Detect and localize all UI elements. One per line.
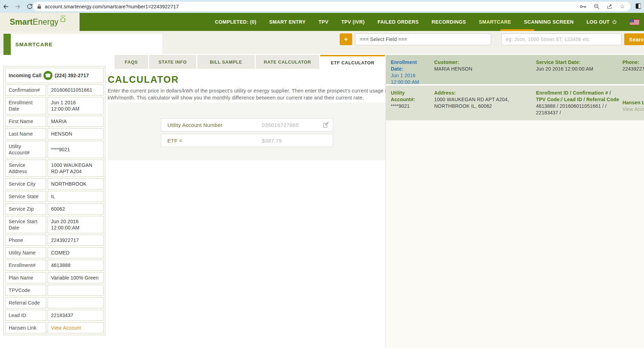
summary-phone: Phone: 2243922717 [622, 59, 644, 72]
etf-label: ETF = [167, 138, 182, 144]
nav-item-smart-entry[interactable]: SMART ENTRY [269, 19, 306, 25]
etf-result-field: ETF = $387.75 [161, 134, 333, 147]
main-navbar: SmartEnergy COMPLETED: (0) SMART ENTRY T… [0, 13, 644, 31]
logout-label: LOG OUT [586, 19, 610, 25]
table-row: Phone2243922717 [5, 235, 104, 246]
tab-faqs[interactable]: FAQS [115, 55, 148, 69]
tab-bill-sample[interactable]: BILL SAMPLE [197, 55, 255, 69]
tab-state-info[interactable]: STATE INFO [149, 55, 196, 69]
summary-address: Address: 1000 WAUKEGAN RD APT A204, NORT… [434, 90, 522, 110]
page-title: SMARTCARE [15, 41, 53, 47]
nav-item-logout[interactable]: LOG OUT [586, 19, 617, 25]
power-icon [612, 19, 617, 24]
table-row: Last NameHENSON [5, 128, 104, 139]
calculator-panel: Utility Account Number 035016727865 ETF … [108, 103, 386, 160]
utility-account-number-field: Utility Account Number 035016727865 [161, 118, 333, 131]
table-row: Enrollment#4613888 [5, 260, 104, 271]
table-row: Service Zip60062 [5, 203, 104, 215]
zoom-out-icon[interactable] [594, 3, 600, 9]
etf-value: $387.75 [262, 138, 282, 144]
smartenergy-app: account.smartenergy.com/smartcare?number… [0, 0, 644, 348]
brand-word-smart: Smart [10, 17, 33, 26]
browser-back-button[interactable] [0, 1, 12, 12]
table-row: Utility NameCOMED [5, 247, 104, 258]
browser-forward-button[interactable] [12, 1, 24, 12]
table-row: Referral Code [5, 297, 104, 308]
summary-ids: Enrollment ID / Confirmation # / TPV Cod… [536, 90, 620, 116]
right-panel-background [386, 120, 644, 348]
summary-row-2: Utility Account#: ****9021 Address: 1000… [386, 86, 644, 120]
tab-rate-calculator[interactable]: RATE CALCULATOR [256, 55, 319, 69]
summary-customer: Customer: MARIA HENSON [434, 59, 522, 72]
brand-logo-text: SmartEnergy [10, 17, 58, 27]
calculator-title: CALCULATOR [108, 74, 179, 85]
us-flag-icon [630, 19, 639, 25]
nav-item-tpv-ivr[interactable]: TPV (IVR) [341, 19, 364, 25]
browser-toolbar: account.smartenergy.com/smartcare?number… [0, 0, 644, 13]
summary-row-1: Enrollment Date: Jun 1 2016 12:00:00:AM … [386, 55, 644, 84]
summary-enrollment-date: Enrollment Date: Jun 1 2016 12:00:00:AM [391, 59, 426, 86]
phone-icon: ☎ [43, 71, 52, 80]
nav-item-completed[interactable]: COMPLETED: (0) [215, 19, 256, 25]
search-button[interactable]: Search [624, 33, 644, 45]
incoming-call-number: (224) 392-2717 [55, 72, 89, 79]
section-accent-bar [3, 34, 11, 55]
customer-info-table: Incoming Call ☎ (224) 392-2717 Confirmat… [3, 66, 105, 335]
url-text: account.smartenergy.com/smartcare?number… [45, 4, 580, 9]
content-tabs: FAQS STATE INFO BILL SAMPLE RATE CALCULA… [115, 55, 385, 69]
incoming-call-label: Incoming Call [9, 72, 41, 79]
incoming-call-header: Incoming Call ☎ (224) 392-2717 [5, 68, 104, 83]
nav-item-tpv[interactable]: TPV [319, 19, 328, 25]
hansen-view-account-link[interactable]: View Account [48, 322, 104, 333]
utility-account-number-value[interactable]: 035016727865 [262, 122, 299, 128]
table-row: Enrollment DateJun 1 2016 12:00:00:AM [5, 97, 104, 114]
table-row: Service Address1000 WAUKEGAN RD APT A204 [5, 160, 104, 177]
brand-logo[interactable]: SmartEnergy [0, 13, 80, 31]
table-row: Confirmation#201606011051661 [5, 84, 104, 96]
tab-etf-calculator[interactable]: ETF CALCULATOR [320, 55, 385, 69]
search-field-select[interactable]: === Select Field === [355, 33, 491, 45]
share-icon[interactable] [606, 4, 613, 9]
edit-icon[interactable] [323, 122, 329, 128]
side-panel-icon[interactable] [635, 3, 641, 9]
summary-service-start-date: Service Start Date: Jun 20 2016 12:00:00… [536, 59, 620, 72]
table-row: Lead ID22183437 [5, 310, 104, 321]
table-row: Utility Account#****9021 [5, 141, 104, 158]
table-row: TPVCode [5, 285, 104, 296]
table-row: First NameMARIA [5, 116, 104, 127]
search-input[interactable] [501, 33, 621, 45]
summary-hansen-link: Hansen Link View Account [622, 99, 644, 113]
password-key-icon[interactable] [580, 5, 587, 9]
section-title-card: SMARTCARE [3, 34, 162, 55]
house-rays-icon [59, 15, 67, 23]
table-row: Plan NameVariable 100% Green [5, 272, 104, 283]
nav-item-recordings[interactable]: RECORDINGS [432, 19, 466, 25]
address-bar[interactable]: account.smartenergy.com/smartcare?number… [33, 2, 630, 11]
table-row: Service Start DateJun 20 2016 12:00:00:A… [5, 216, 104, 233]
bookmark-star-icon[interactable]: ☆ [620, 3, 625, 9]
add-search-field-button[interactable]: + [340, 33, 352, 45]
nav-item-failed-orders[interactable]: FAILED ORDERS [378, 19, 419, 25]
calculator-description: Enter the current price in dollars/kWh o… [108, 87, 391, 101]
view-account-link[interactable]: View Account [622, 106, 644, 113]
lock-icon [37, 4, 41, 9]
nav-item-scanning-screen[interactable]: SCANNING SCREEN [524, 19, 574, 25]
utility-account-number-label: Utility Account Number [167, 122, 222, 128]
table-row: Hansen LinkView Account [5, 322, 104, 333]
table-row: Service CityNORTHBROOK [5, 178, 104, 189]
nav-item-smartcare[interactable]: SMARTCARE [479, 19, 511, 25]
brand-word-energy: Energy [33, 17, 58, 26]
nav-menu: COMPLETED: (0) SMART ENTRY TPV TPV (IVR)… [215, 13, 639, 31]
table-row: Service StateIL [5, 191, 104, 202]
summary-utility-account: Utility Account#: ****9021 [391, 90, 426, 110]
